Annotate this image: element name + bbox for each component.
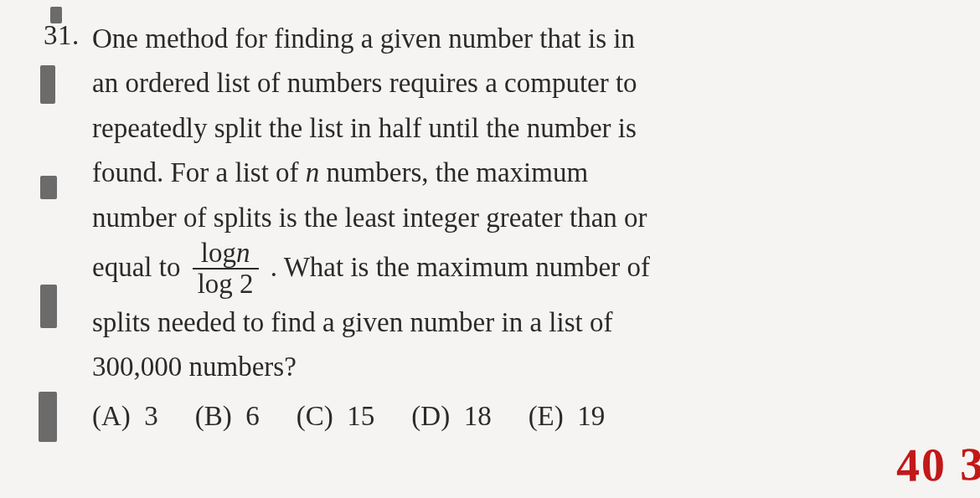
choice-d: (D) 18 bbox=[411, 401, 491, 432]
variable-n: n bbox=[236, 238, 250, 268]
text-line: 300,000 numbers? bbox=[92, 352, 297, 382]
choice-label: (C) bbox=[297, 401, 333, 431]
choice-e: (E) 19 bbox=[529, 401, 606, 432]
choice-c: (C) 15 bbox=[297, 401, 375, 432]
choice-label: (E) bbox=[529, 401, 564, 431]
scan-speck bbox=[39, 392, 57, 442]
text-line: equal to bbox=[92, 252, 188, 282]
choice-value: 6 bbox=[245, 401, 260, 431]
answer-choices: (A) 3 (B) 6 (C) 15 (D) 18 (E) 19 bbox=[92, 401, 921, 432]
log-text: log bbox=[201, 238, 236, 268]
handwritten-annotation: 40 3 bbox=[895, 437, 980, 492]
text-line: splits needed to find a given number in … bbox=[92, 307, 612, 337]
question-text: One method for finding a given number th… bbox=[92, 17, 812, 389]
choice-label: (D) bbox=[411, 401, 450, 431]
scan-speck bbox=[40, 65, 55, 104]
variable-n: n bbox=[306, 157, 320, 187]
text-line: numbers, the maximum bbox=[319, 157, 588, 187]
choice-value: 19 bbox=[577, 401, 605, 431]
text-line: an ordered list of numbers requires a co… bbox=[92, 68, 637, 98]
choice-label: (A) bbox=[92, 401, 131, 431]
fraction: logn log 2 bbox=[193, 239, 259, 298]
choice-b: (B) 6 bbox=[195, 401, 260, 432]
text-line: found. For a list of bbox=[92, 157, 306, 187]
question-number: 31. bbox=[44, 20, 80, 51]
text-line: number of splits is the least integer gr… bbox=[92, 203, 647, 233]
scan-speck bbox=[40, 176, 57, 199]
text-line: repeatedly split the list in half until … bbox=[92, 113, 637, 143]
fraction-denominator: log 2 bbox=[193, 270, 259, 299]
text-line: . What is the maximum number of bbox=[271, 252, 650, 282]
scan-speck bbox=[40, 285, 57, 328]
choice-a: (A) 3 bbox=[92, 401, 158, 432]
text-line: One method for finding a given number th… bbox=[92, 23, 635, 54]
fraction-numerator: logn bbox=[193, 239, 259, 270]
scanned-page: 31. One method for finding a given numbe… bbox=[0, 0, 980, 498]
choice-value: 15 bbox=[347, 401, 374, 431]
choice-label: (B) bbox=[195, 401, 232, 431]
choice-value: 3 bbox=[144, 401, 158, 431]
choice-value: 18 bbox=[464, 401, 492, 431]
